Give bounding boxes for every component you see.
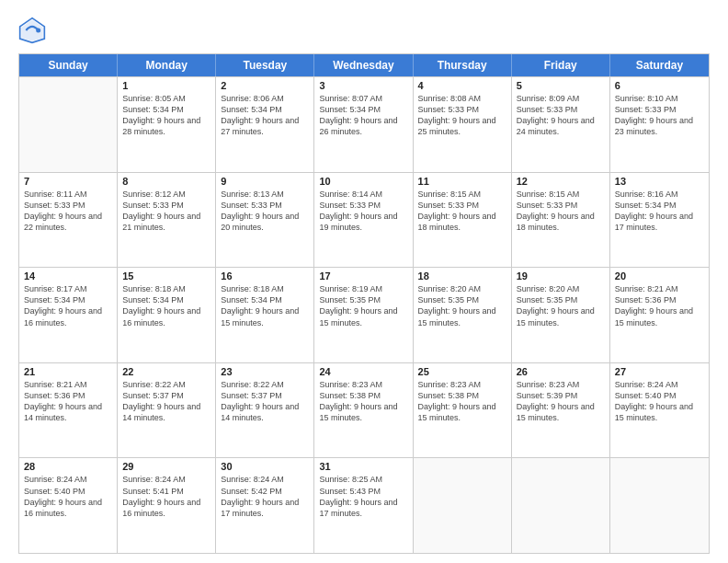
sunset-text: Sunset: 5:37 PM	[122, 390, 210, 401]
sunset-text: Sunset: 5:34 PM	[319, 104, 407, 115]
weekday-header-sunday: Sunday	[19, 54, 118, 76]
day-number: 2	[221, 80, 309, 91]
sunrise-text: Sunrise: 8:06 AM	[221, 93, 309, 104]
sunset-text: Sunset: 5:42 PM	[221, 486, 309, 497]
sunrise-text: Sunrise: 8:12 AM	[122, 189, 210, 200]
sunset-text: Sunset: 5:38 PM	[319, 390, 407, 401]
weekday-header-tuesday: Tuesday	[216, 54, 314, 76]
calendar-row-4: 28Sunrise: 8:24 AMSunset: 5:40 PMDayligh…	[19, 457, 709, 553]
daylight-text: Daylight: 9 hours and 15 minutes.	[319, 305, 407, 327]
day-number: 8	[122, 176, 210, 187]
day-cell-12: 12Sunrise: 8:15 AMSunset: 5:33 PMDayligh…	[512, 173, 610, 268]
day-number: 17	[319, 270, 407, 282]
sunrise-text: Sunrise: 8:10 AM	[615, 93, 704, 104]
sunrise-text: Sunrise: 8:24 AM	[24, 474, 112, 485]
logo-icon	[18, 17, 46, 44]
sunrise-text: Sunrise: 8:24 AM	[615, 379, 704, 390]
daylight-text: Daylight: 9 hours and 15 minutes.	[319, 401, 407, 423]
daylight-text: Daylight: 9 hours and 16 minutes.	[24, 305, 112, 327]
day-number: 22	[122, 366, 210, 377]
day-number: 26	[517, 366, 605, 377]
sunset-text: Sunset: 5:33 PM	[24, 200, 112, 211]
day-cell-22: 22Sunrise: 8:22 AMSunset: 5:37 PMDayligh…	[118, 363, 216, 458]
day-number: 16	[221, 270, 309, 282]
sunrise-text: Sunrise: 8:08 AM	[418, 93, 506, 104]
daylight-text: Daylight: 9 hours and 17 minutes.	[221, 497, 309, 519]
daylight-text: Daylight: 9 hours and 27 minutes.	[221, 115, 309, 137]
day-number: 21	[24, 366, 112, 377]
daylight-text: Daylight: 9 hours and 14 minutes.	[122, 401, 210, 423]
day-cell-3: 3Sunrise: 8:07 AMSunset: 5:34 PMDaylight…	[314, 77, 413, 172]
day-cell-9: 9Sunrise: 8:13 AMSunset: 5:33 PMDaylight…	[216, 173, 314, 268]
sunrise-text: Sunrise: 8:07 AM	[319, 93, 407, 104]
day-number: 24	[319, 366, 407, 377]
empty-cell-0-0	[19, 77, 118, 172]
daylight-text: Daylight: 9 hours and 16 minutes.	[122, 305, 210, 327]
day-cell-23: 23Sunrise: 8:22 AMSunset: 5:37 PMDayligh…	[216, 363, 314, 458]
daylight-text: Daylight: 9 hours and 15 minutes.	[221, 305, 309, 327]
day-cell-10: 10Sunrise: 8:14 AMSunset: 5:33 PMDayligh…	[314, 173, 413, 268]
day-cell-17: 17Sunrise: 8:19 AMSunset: 5:35 PMDayligh…	[314, 268, 413, 362]
empty-cell-4-4	[414, 458, 512, 553]
sunrise-text: Sunrise: 8:18 AM	[221, 283, 309, 294]
day-number: 10	[319, 176, 407, 187]
weekday-header-saturday: Saturday	[610, 54, 709, 76]
sunset-text: Sunset: 5:43 PM	[319, 486, 407, 497]
sunrise-text: Sunrise: 8:15 AM	[517, 189, 605, 200]
sunset-text: Sunset: 5:34 PM	[122, 294, 210, 305]
sunset-text: Sunset: 5:34 PM	[122, 104, 210, 115]
day-cell-11: 11Sunrise: 8:15 AMSunset: 5:33 PMDayligh…	[414, 173, 512, 268]
day-cell-26: 26Sunrise: 8:23 AMSunset: 5:39 PMDayligh…	[512, 363, 610, 458]
calendar: SundayMondayTuesdayWednesdayThursdayFrid…	[18, 53, 710, 554]
sunrise-text: Sunrise: 8:24 AM	[221, 474, 309, 485]
day-number: 31	[319, 461, 407, 472]
svg-point-2	[36, 29, 40, 33]
empty-cell-4-5	[512, 458, 610, 553]
day-number: 29	[122, 461, 210, 472]
daylight-text: Daylight: 9 hours and 18 minutes.	[418, 211, 506, 233]
day-number: 27	[615, 366, 704, 377]
daylight-text: Daylight: 9 hours and 15 minutes.	[615, 305, 704, 327]
day-cell-28: 28Sunrise: 8:24 AMSunset: 5:40 PMDayligh…	[19, 458, 118, 553]
sunset-text: Sunset: 5:33 PM	[319, 200, 407, 211]
sunrise-text: Sunrise: 8:23 AM	[517, 379, 605, 390]
day-number: 20	[615, 270, 704, 282]
day-number: 11	[418, 176, 506, 187]
sunrise-text: Sunrise: 8:05 AM	[122, 93, 210, 104]
sunset-text: Sunset: 5:38 PM	[418, 390, 506, 401]
day-number: 28	[24, 461, 112, 472]
daylight-text: Daylight: 9 hours and 23 minutes.	[615, 115, 704, 137]
sunset-text: Sunset: 5:33 PM	[122, 200, 210, 211]
day-number: 18	[418, 270, 506, 282]
sunrise-text: Sunrise: 8:13 AM	[221, 189, 309, 200]
day-cell-16: 16Sunrise: 8:18 AMSunset: 5:34 PMDayligh…	[216, 268, 314, 362]
daylight-text: Daylight: 9 hours and 19 minutes.	[319, 211, 407, 233]
sunset-text: Sunset: 5:34 PM	[615, 200, 704, 211]
day-number: 15	[122, 270, 210, 282]
day-number: 3	[319, 80, 407, 91]
daylight-text: Daylight: 9 hours and 17 minutes.	[319, 497, 407, 519]
sunset-text: Sunset: 5:34 PM	[221, 294, 309, 305]
day-cell-31: 31Sunrise: 8:25 AMSunset: 5:43 PMDayligh…	[314, 458, 413, 553]
day-number: 14	[24, 270, 112, 282]
daylight-text: Daylight: 9 hours and 15 minutes.	[517, 401, 605, 423]
sunset-text: Sunset: 5:35 PM	[517, 294, 605, 305]
sunrise-text: Sunrise: 8:20 AM	[418, 283, 506, 294]
sunrise-text: Sunrise: 8:22 AM	[122, 379, 210, 390]
sunset-text: Sunset: 5:34 PM	[24, 294, 112, 305]
sunrise-text: Sunrise: 8:23 AM	[319, 379, 407, 390]
day-number: 13	[615, 176, 704, 187]
day-cell-14: 14Sunrise: 8:17 AMSunset: 5:34 PMDayligh…	[19, 268, 118, 362]
day-cell-15: 15Sunrise: 8:18 AMSunset: 5:34 PMDayligh…	[118, 268, 216, 362]
calendar-row-1: 7Sunrise: 8:11 AMSunset: 5:33 PMDaylight…	[19, 172, 709, 268]
day-cell-1: 1Sunrise: 8:05 AMSunset: 5:34 PMDaylight…	[118, 77, 216, 172]
calendar-header: SundayMondayTuesdayWednesdayThursdayFrid…	[19, 54, 709, 76]
day-number: 23	[221, 366, 309, 377]
day-number: 1	[122, 80, 210, 91]
weekday-header-wednesday: Wednesday	[314, 54, 413, 76]
page-header	[18, 17, 710, 44]
daylight-text: Daylight: 9 hours and 22 minutes.	[24, 211, 112, 233]
day-cell-27: 27Sunrise: 8:24 AMSunset: 5:40 PMDayligh…	[610, 363, 709, 458]
daylight-text: Daylight: 9 hours and 15 minutes.	[418, 305, 506, 327]
sunset-text: Sunset: 5:37 PM	[221, 390, 309, 401]
